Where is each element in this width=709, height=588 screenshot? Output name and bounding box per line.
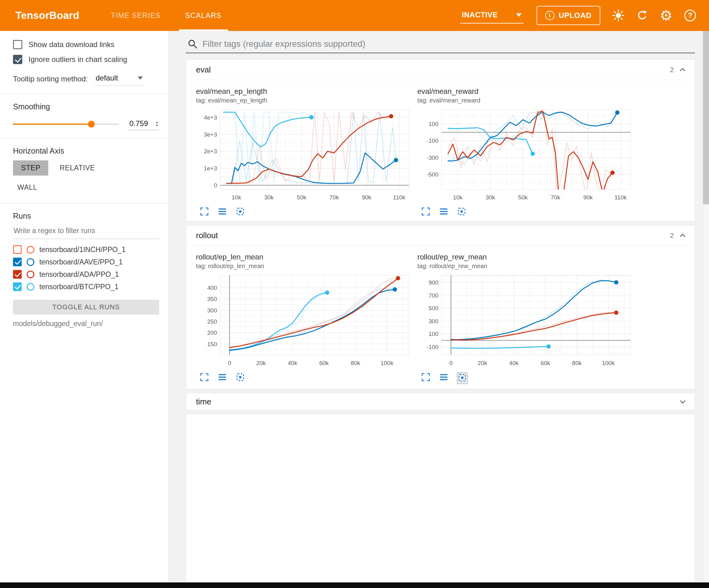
tab-time-series[interactable]: TIME SERIES xyxy=(107,0,164,31)
checkbox-icon[interactable] xyxy=(13,40,22,49)
run-color-circle xyxy=(27,246,34,254)
line-chart[interactable]: 020k40k60k80k100k150200250300350400 xyxy=(195,273,412,369)
svg-text:0: 0 xyxy=(228,360,231,366)
axis-option-wall[interactable]: WALL xyxy=(13,180,42,195)
chart-title: eval/mean_reward xyxy=(417,87,633,96)
charts-row: eval/mean_ep_length tag: eval/mean_ep_le… xyxy=(186,80,695,221)
brightness-icon[interactable] xyxy=(612,9,625,22)
run-label: tensorboard/1INCH/PPO_1 xyxy=(39,246,126,254)
toggle-all-runs-button[interactable]: TOGGLE ALL RUNS xyxy=(13,300,159,314)
fit-domain-icon[interactable] xyxy=(457,207,466,216)
search-icon xyxy=(188,39,198,49)
status-dropdown[interactable]: INACTIVE xyxy=(460,7,524,24)
fullscreen-icon[interactable] xyxy=(200,207,209,216)
section-count-badge: 2 xyxy=(670,66,674,74)
chart-title: rollout/ep_len_mean xyxy=(196,253,412,261)
fit-domain-icon[interactable] xyxy=(236,207,245,216)
slider-handle[interactable] xyxy=(88,121,95,128)
axis-option-relative[interactable]: RELATIVE xyxy=(55,160,99,176)
section-header-rollout[interactable]: rollout 2 xyxy=(186,225,695,246)
data-table-icon[interactable] xyxy=(439,207,448,216)
tab-scalars[interactable]: SCALARS xyxy=(181,0,225,31)
help-icon[interactable] xyxy=(684,9,696,21)
tooltip-sorting-row: Tooltip sorting method: default xyxy=(13,72,159,86)
runs-filter-input[interactable] xyxy=(13,222,159,239)
run-row-aave[interactable]: tensorboard/AAVE/PPO_1 xyxy=(13,256,159,268)
svg-text:10k: 10k xyxy=(453,194,463,201)
chevron-up-icon[interactable] xyxy=(679,66,687,74)
section-title: time xyxy=(196,397,674,407)
line-chart[interactable]: 020k40k60k80k100k-100100300500700900 xyxy=(417,273,633,369)
tag-filter-bar xyxy=(186,36,695,53)
section-header-eval[interactable]: eval 2 xyxy=(186,60,695,80)
chevron-down-icon[interactable] xyxy=(679,398,687,406)
svg-text:-100: -100 xyxy=(427,344,439,350)
fit-domain-icon[interactable] xyxy=(457,373,468,384)
section-card-eval: eval 2 eval/mean_ep_length tag: eval/mea… xyxy=(186,59,695,222)
content-area: Show data download links Ignore outliers… xyxy=(0,31,709,582)
status-value: INACTIVE xyxy=(462,10,498,19)
upload-button[interactable]: UPLOAD xyxy=(536,6,600,25)
stepper-arrows-icon[interactable] xyxy=(156,120,158,127)
settings-sidebar: Show data download links Ignore outliers… xyxy=(0,31,169,582)
vertical-scrollbar[interactable] xyxy=(703,31,709,582)
section-card-partial xyxy=(186,414,695,582)
data-table-icon[interactable] xyxy=(439,373,448,384)
run-row-btc[interactable]: tensorboard/BTC/PPO_1 xyxy=(13,281,159,293)
data-table-icon[interactable] xyxy=(218,373,227,382)
smoothing-value: 0.759 xyxy=(129,119,148,128)
settings-icon[interactable] xyxy=(660,9,673,22)
chart-title: rollout/ep_rew_mean xyxy=(417,253,633,261)
smoothing-slider[interactable] xyxy=(13,119,119,130)
fullscreen-icon[interactable] xyxy=(421,373,430,384)
ignore-outliers-checkbox[interactable]: Ignore outliers in chart scaling xyxy=(13,54,159,65)
line-chart[interactable]: 10k30k50k70k90k110k01e+32e+33e+34e+3 xyxy=(195,107,412,204)
smoothing-value-input[interactable]: 0.759 xyxy=(128,118,159,130)
run-checkbox[interactable] xyxy=(13,270,22,279)
show-download-links-checkbox[interactable]: Show data download links xyxy=(13,39,159,50)
svg-text:20k: 20k xyxy=(478,360,487,366)
section-header-time[interactable]: time xyxy=(186,393,695,410)
scrollbar-thumb[interactable] xyxy=(703,31,709,204)
svg-text:80k: 80k xyxy=(351,360,360,366)
chevron-down-icon xyxy=(516,13,522,17)
svg-text:2e+3: 2e+3 xyxy=(204,148,217,154)
chevron-up-icon[interactable] xyxy=(679,232,687,240)
svg-text:150: 150 xyxy=(207,341,217,348)
svg-text:60k: 60k xyxy=(319,360,329,366)
run-checkbox[interactable] xyxy=(13,258,22,266)
slider-track[interactable] xyxy=(13,124,119,125)
chart-rollout-ep-len-mean: rollout/ep_len_mean tag: rollout/ep_len_… xyxy=(195,253,412,384)
run-row-ada[interactable]: tensorboard/ADA/PPO_1 xyxy=(13,268,159,281)
tooltip-sorting-select[interactable]: default xyxy=(95,72,144,86)
chart-tag: tag: rollout/ep_rew_mean xyxy=(417,262,633,270)
svg-text:30k: 30k xyxy=(485,194,495,201)
refresh-icon[interactable] xyxy=(636,9,648,21)
chart-toolbar xyxy=(200,207,412,216)
chart-tag: tag: rollout/ep_len_mean xyxy=(196,262,412,270)
horizontal-axis-label: Horizontal Axis xyxy=(13,147,159,155)
line-chart[interactable]: 10k30k50k70k90k110k-500-300-100100 xyxy=(417,107,633,204)
svg-text:-300: -300 xyxy=(427,154,439,161)
app-title: TensorBoard xyxy=(16,9,79,21)
run-row-1inch[interactable]: tensorboard/1INCH/PPO_1 xyxy=(13,244,159,256)
svg-text:400: 400 xyxy=(207,285,217,291)
svg-text:50k: 50k xyxy=(297,194,307,201)
fullscreen-icon[interactable] xyxy=(421,207,430,216)
run-label: tensorboard/BTC/PPO_1 xyxy=(39,283,119,291)
smoothing-label: Smoothing xyxy=(13,102,159,111)
fit-domain-icon[interactable] xyxy=(236,373,245,382)
svg-text:0: 0 xyxy=(214,182,217,188)
run-checkbox[interactable] xyxy=(13,282,22,291)
fullscreen-icon[interactable] xyxy=(200,373,209,382)
run-checkbox[interactable] xyxy=(13,245,22,254)
svg-text:40k: 40k xyxy=(288,360,297,366)
svg-text:350: 350 xyxy=(207,296,217,302)
data-table-icon[interactable] xyxy=(218,207,227,216)
checkbox-icon[interactable] xyxy=(13,55,22,64)
svg-text:100k: 100k xyxy=(380,360,394,366)
runs-footer: models/debugged_eval_run/ xyxy=(13,319,159,328)
axis-option-step[interactable]: STEP xyxy=(13,160,48,176)
tag-filter-input[interactable] xyxy=(203,39,693,49)
sidebar-divider xyxy=(0,203,168,203)
